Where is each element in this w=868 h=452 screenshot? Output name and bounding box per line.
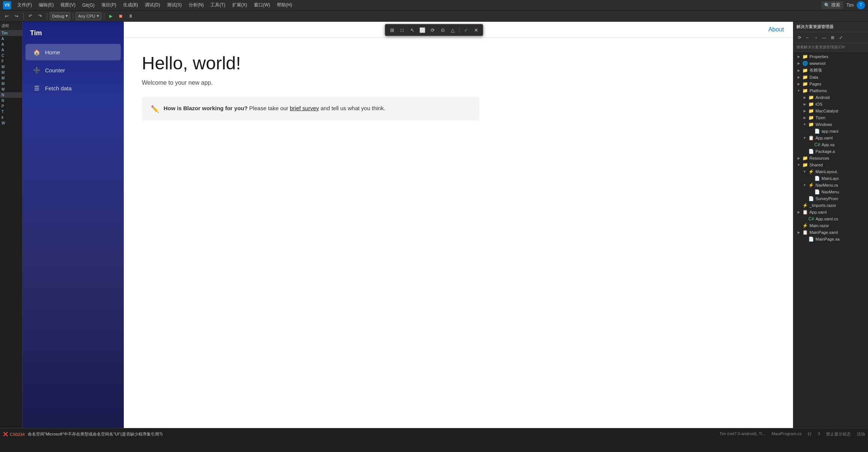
tree-item-android[interactable]: ▶ 📁 Android xyxy=(793,94,868,101)
folder-icon-shared: 📁 xyxy=(802,162,808,168)
chevron-maccatalyst: ▶ xyxy=(802,109,807,113)
process-item-f[interactable]: F xyxy=(0,58,22,64)
menu-extensions[interactable]: 扩展(X) xyxy=(229,1,250,9)
tree-item-mainpagexamlcs[interactable]: 📄 MainPage.xa xyxy=(793,236,868,242)
process-item-tim[interactable]: Tim xyxy=(0,30,22,36)
tree-item-appxaml[interactable]: ▼ 📋 App.xaml xyxy=(793,135,868,141)
run-btn[interactable]: ▶ xyxy=(107,12,116,21)
survey-question: How is Blazor working for you? xyxy=(164,105,248,111)
error-project: Tim (net7.0-android), Ti... xyxy=(719,431,766,437)
tree-item-tizen[interactable]: ▶ 📁 Tizen xyxy=(793,114,868,121)
se-forward-btn[interactable]: → xyxy=(812,34,820,41)
debug-btn-close[interactable]: ✕ xyxy=(472,25,481,34)
process-item-w[interactable]: W xyxy=(0,120,22,126)
pause-btn[interactable]: ⏸ xyxy=(126,12,135,21)
tree-item-imports[interactable]: ⚡ _Imports.razor xyxy=(793,202,868,209)
se-back-btn[interactable]: ← xyxy=(804,34,811,41)
process-item-n1[interactable]: N xyxy=(0,92,22,98)
process-item-m4[interactable]: M xyxy=(0,81,22,87)
platform-dropdown[interactable]: Any CPU ▾ xyxy=(75,12,101,20)
se-filter-btn[interactable]: ⊞ xyxy=(829,34,836,41)
process-item-a3[interactable]: A xyxy=(0,47,22,53)
menu-help[interactable]: 帮助(H) xyxy=(274,1,295,9)
process-item-m2[interactable]: M xyxy=(0,70,22,75)
tree-item-navmenu[interactable]: ▼ ⚡ NavMenu.ra xyxy=(793,182,868,189)
process-item-m5[interactable]: M xyxy=(0,87,22,92)
global-search[interactable]: 🔍 搜索 xyxy=(821,1,843,9)
process-item-c[interactable]: C xyxy=(0,53,22,58)
tree-item-mainlayout[interactable]: ▼ ⚡ MainLayout. xyxy=(793,168,868,175)
tree-item-appxamlcs2[interactable]: C# App.xaml.cs xyxy=(793,216,868,222)
process-item-p[interactable]: P xyxy=(0,103,22,109)
debug-btn-3[interactable]: ↖ xyxy=(408,25,417,34)
menu-view[interactable]: 视图(V) xyxy=(57,1,78,9)
back-btn[interactable]: ↩ xyxy=(2,12,11,21)
debug-btn-2[interactable]: □ xyxy=(398,25,407,34)
tree-item-maccatalyst[interactable]: ▶ 📁 MacCatalyst xyxy=(793,108,868,114)
menu-file[interactable]: 文件(F) xyxy=(14,1,35,9)
process-item-a2[interactable]: A xyxy=(0,42,22,47)
tree-item-package[interactable]: 📄 Package.a xyxy=(793,148,868,155)
tree-item-ios[interactable]: ▶ 📁 iOS xyxy=(793,101,868,108)
debug-btn-4[interactable]: ⬜ xyxy=(418,25,427,34)
debug-btn-1[interactable]: ⊞ xyxy=(387,25,396,34)
menu-build[interactable]: 生成(B) xyxy=(120,1,141,9)
tree-item-deps[interactable]: ▶ 📁 依赖项 xyxy=(793,67,868,74)
debug-btn-check[interactable]: ✓ xyxy=(461,25,470,34)
process-item-m3[interactable]: M xyxy=(0,75,22,81)
debug-btn-5[interactable]: ⟳ xyxy=(428,25,437,34)
chevron-android: ▶ xyxy=(802,96,807,99)
se-collapse-btn[interactable]: — xyxy=(820,34,828,41)
tree-item-windows[interactable]: ▼ 📁 Windows xyxy=(793,121,868,128)
process-item-n2[interactable]: N xyxy=(0,98,22,103)
tree-item-navmenucs[interactable]: 📄 NavMenu xyxy=(793,189,868,195)
forward-btn[interactable]: ↪ xyxy=(12,12,21,21)
chevron-down-icon-2: ▾ xyxy=(97,13,99,18)
about-link[interactable]: About xyxy=(768,26,784,33)
menu-test[interactable]: 测试(S) xyxy=(164,1,185,9)
tree-item-mainpagexaml[interactable]: ▶ 📋 MainPage.xaml xyxy=(793,229,868,236)
survey-link[interactable]: brief survey xyxy=(290,105,319,111)
process-item-t[interactable]: T xyxy=(0,109,22,115)
menu-debug[interactable]: 调试(D) xyxy=(142,1,163,9)
debug-config-dropdown[interactable]: Debug ▾ xyxy=(50,12,71,20)
process-item-m1[interactable]: M xyxy=(0,64,22,70)
tree-item-mainrazor[interactable]: ⚡ Main.razor xyxy=(793,222,868,229)
chevron-appxaml: ▼ xyxy=(802,136,807,140)
debug-btn-6[interactable]: ⊙ xyxy=(438,25,447,34)
tree-item-platforms[interactable]: ▼ 📁 Platforms xyxy=(793,87,868,94)
menu-git[interactable]: Git(G) xyxy=(79,2,98,9)
debug-btn-7[interactable]: △ xyxy=(448,25,457,34)
undo-btn[interactable]: ↶ xyxy=(26,12,35,21)
stop-btn[interactable]: ⏹ xyxy=(116,12,125,21)
process-item-ti[interactable]: ti xyxy=(0,115,22,120)
se-expand-btn[interactable]: ⤢ xyxy=(837,34,844,41)
nav-item-counter[interactable]: ➕ Counter xyxy=(26,62,121,78)
menu-project[interactable]: 项目(P) xyxy=(98,1,119,9)
tree-item-surveyprompt[interactable]: 📄 SurveyProm xyxy=(793,195,868,202)
tree-item-resources[interactable]: ▶ 📁 Resources xyxy=(793,155,868,162)
process-item-a1[interactable]: A xyxy=(0,36,22,42)
tree-item-appmanifest[interactable]: 📄 app.mani xyxy=(793,128,868,135)
debug-floating-toolbar: ⊞ □ ↖ ⬜ ⟳ ⊙ △ ✓ ✕ xyxy=(385,24,483,36)
tree-item-mainlayoutcs[interactable]: 📄 MainLayc xyxy=(793,175,868,182)
tree-item-appxaml2[interactable]: ▶ 📋 App.xaml xyxy=(793,209,868,216)
tree-label-appxaml2: App.xaml xyxy=(809,210,827,214)
tree-item-pages[interactable]: ▶ 📁 Pages xyxy=(793,81,868,87)
tree-item-wwwroot[interactable]: ▶ 🌐 wwwroot xyxy=(793,60,868,67)
solution-search-box[interactable]: 搜索解决方案资源管理器(Ctrl xyxy=(793,43,868,52)
nav-item-home[interactable]: 🏠 Home xyxy=(26,44,121,60)
menu-tools[interactable]: 工具(T) xyxy=(207,1,228,9)
se-sync-btn[interactable]: ⟳ xyxy=(796,34,803,41)
tree-item-data[interactable]: ▶ 📁 Data xyxy=(793,74,868,81)
file-icon-appmanifest: 📄 xyxy=(814,129,820,134)
menu-analyze[interactable]: 分析(N) xyxy=(186,1,207,9)
tree-item-properties[interactable]: ▶ 📁 Properties xyxy=(793,53,868,60)
redo-btn[interactable]: ↷ xyxy=(36,12,45,21)
nav-item-fetchdata[interactable]: ☰ Fetch data xyxy=(26,80,121,96)
tree-item-appxamlcs[interactable]: C# App.xa xyxy=(793,141,868,148)
user-avatar[interactable]: T xyxy=(857,1,865,9)
tree-item-shared[interactable]: ▼ 📁 Shared xyxy=(793,162,868,168)
menu-edit[interactable]: 编辑(E) xyxy=(36,1,57,9)
menu-window[interactable]: 窗口(W) xyxy=(251,1,273,9)
